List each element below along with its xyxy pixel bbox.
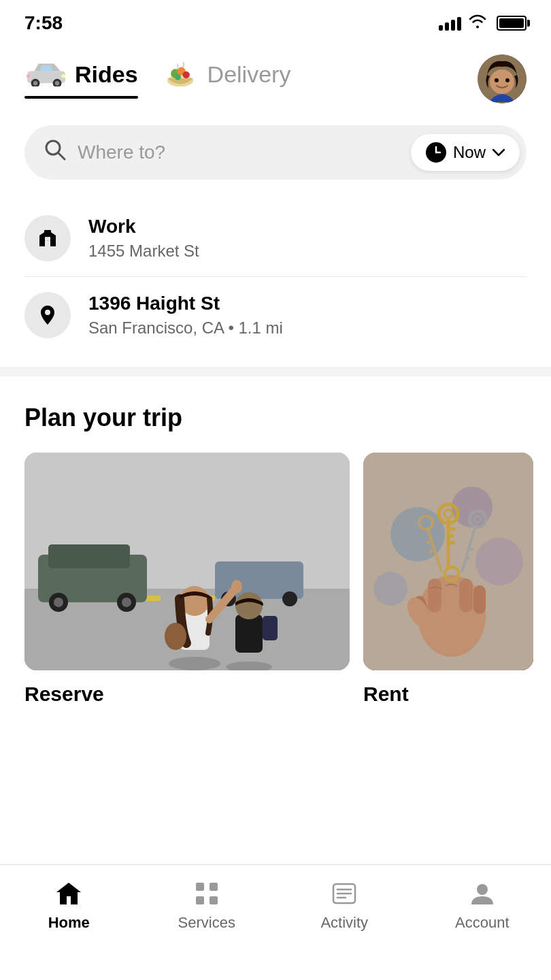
search-placeholder: Where to?: [78, 142, 400, 163]
work-address: 1455 Market St: [88, 242, 527, 261]
svg-rect-66: [450, 527, 456, 531]
haight-place-info: 1396 Haight St San Francisco, CA • 1.1 m…: [88, 293, 527, 338]
reserve-card-image: [24, 453, 350, 670]
svg-point-44: [165, 623, 186, 650]
nav-item-activity[interactable]: Activity: [276, 876, 414, 932]
search-bar[interactable]: Where to? Now: [24, 125, 527, 180]
svg-point-15: [505, 78, 510, 82]
svg-point-32: [54, 598, 63, 607]
svg-rect-22: [45, 237, 48, 241]
account-icon: [467, 879, 497, 909]
reserve-card-label: Reserve: [24, 683, 350, 706]
svg-point-38: [169, 657, 220, 670]
svg-point-13: [490, 69, 514, 94]
bottom-nav: Home Services Activity: [0, 864, 551, 980]
svg-point-34: [122, 598, 131, 607]
svg-rect-48: [263, 616, 278, 640]
work-icon-circle: [24, 215, 71, 261]
section-separator: [0, 367, 551, 376]
nav-item-home[interactable]: Home: [0, 876, 138, 932]
avatar-image: [478, 54, 527, 103]
tab-delivery[interactable]: Delivery: [163, 58, 291, 100]
place-item-work[interactable]: Work 1455 Market St: [0, 200, 551, 276]
svg-rect-23: [48, 237, 50, 241]
nav-item-account[interactable]: Account: [414, 876, 552, 932]
svg-point-42: [231, 580, 242, 593]
svg-point-4: [55, 81, 59, 85]
avatar[interactable]: [478, 54, 527, 103]
reserve-card[interactable]: Reserve: [24, 453, 350, 706]
nav-account-label: Account: [455, 914, 510, 932]
svg-rect-6: [27, 74, 30, 78]
svg-rect-64: [450, 541, 455, 544]
svg-point-11: [175, 74, 181, 80]
svg-rect-5: [61, 74, 65, 78]
place-item-haight[interactable]: 1396 Haight St San Francisco, CA • 1.1 m…: [0, 277, 551, 353]
rent-card-label: Rent: [363, 683, 533, 706]
saved-places: Work 1455 Market St 1396 Haight St San F…: [0, 193, 551, 360]
search-section: Where to? Now: [0, 103, 551, 193]
rent-card[interactable]: Rent: [363, 453, 533, 706]
plan-title: Plan your trip: [24, 404, 551, 432]
svg-rect-65: [450, 534, 454, 538]
svg-line-17: [59, 153, 65, 159]
wifi-icon: [468, 14, 487, 33]
signal-icon: [439, 16, 461, 31]
svg-point-14: [495, 78, 499, 82]
haight-address: San Francisco, CA • 1.1 mi: [88, 318, 527, 338]
nav-home-label: Home: [48, 914, 90, 932]
nav-services-label: Services: [178, 914, 235, 932]
svg-point-2: [33, 81, 37, 85]
search-icon: [44, 138, 67, 167]
svg-point-10: [182, 71, 189, 78]
header: Rides Delivery: [0, 41, 551, 103]
tab-rides[interactable]: Rides: [24, 59, 138, 99]
header-tabs: Rides Delivery: [24, 58, 478, 100]
rides-tab-label: Rides: [75, 61, 138, 88]
svg-rect-58: [473, 585, 486, 614]
now-label: Now: [453, 143, 486, 162]
activity-icon: [329, 879, 359, 909]
nav-item-services[interactable]: Services: [138, 876, 276, 932]
svg-point-53: [373, 572, 407, 606]
svg-rect-55: [428, 578, 441, 612]
nav-activity-label: Activity: [320, 914, 368, 932]
svg-rect-78: [210, 883, 218, 891]
status-time: 7:58: [24, 12, 63, 34]
haight-name: 1396 Haight St: [88, 293, 527, 314]
svg-rect-21: [44, 230, 51, 235]
svg-rect-79: [196, 896, 204, 904]
trip-cards: Reserve: [24, 453, 551, 706]
work-place-info: Work 1455 Market St: [88, 216, 527, 261]
status-bar: 7:58: [0, 0, 551, 41]
work-name: Work: [88, 216, 527, 238]
home-icon: [54, 879, 84, 909]
delivery-tab-label: Delivery: [207, 61, 291, 88]
svg-rect-57: [459, 578, 473, 612]
battery-icon: [497, 16, 527, 31]
svg-rect-77: [196, 883, 204, 891]
haight-icon-circle: [24, 292, 71, 338]
rent-card-image: [363, 453, 533, 670]
svg-rect-80: [210, 896, 218, 904]
svg-point-52: [475, 538, 523, 585]
food-icon: [163, 58, 201, 91]
svg-point-47: [235, 592, 263, 619]
svg-rect-46: [235, 615, 263, 653]
now-button[interactable]: Now: [411, 134, 520, 171]
services-icon: [192, 879, 222, 909]
svg-point-37: [282, 591, 297, 606]
car-icon: [24, 59, 68, 89]
svg-point-85: [477, 884, 488, 895]
svg-rect-30: [48, 544, 130, 568]
plan-section: Plan your trip: [0, 376, 551, 719]
chevron-down-icon: [492, 146, 505, 160]
status-icons: [439, 14, 527, 33]
